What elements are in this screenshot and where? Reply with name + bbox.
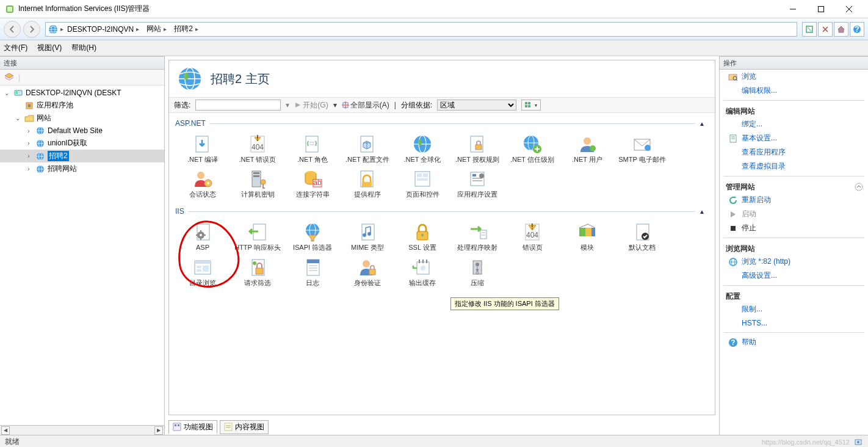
tree-toggle-icon[interactable]: ›: [24, 140, 33, 147]
action-help[interactable]: ?帮助: [720, 335, 868, 349]
svg-point-34: [184, 73, 189, 80]
horizontal-scrollbar[interactable]: ◀▶: [0, 425, 164, 435]
svg-rect-105: [579, 228, 585, 236]
action-explore[interactable]: 浏览: [720, 70, 868, 84]
feature-iis-10[interactable]: 请求筛选: [230, 255, 285, 289]
chevron-up-icon[interactable]: ▲: [699, 208, 709, 215]
feature-iis-11[interactable]: 日志: [285, 255, 340, 289]
tree-toggle-icon[interactable]: ⌄: [2, 90, 11, 96]
action-limits[interactable]: 限制...: [720, 302, 868, 316]
feature-aspnet-6[interactable]: .NET 信任级别: [505, 131, 560, 166]
tree-node-site-0[interactable]: ›Default Web Site: [0, 125, 164, 137]
tree-node-app-pools[interactable]: 应用程序池: [0, 99, 164, 112]
collapse-section-button[interactable]: [855, 183, 863, 191]
svg-rect-119: [307, 260, 319, 263]
feature-iis-2[interactable]: ISAPI 筛选器: [285, 219, 340, 254]
tab-content-view[interactable]: 内容视图: [220, 420, 269, 434]
feature-iis-8[interactable]: 默认文档: [615, 219, 670, 254]
group-by-select[interactable]: 区域: [437, 100, 516, 111]
feature-aspnet-10[interactable]: 计算机密钥: [230, 166, 285, 201]
feature-aspnet-0[interactable]: .NET 编译: [175, 131, 230, 166]
feature-iis-1[interactable]: HTTP 响应标头: [230, 219, 285, 254]
window-title: Internet Information Services (IIS)管理器: [18, 4, 779, 14]
feature-iis-7[interactable]: 模块: [560, 219, 615, 254]
menu-file[interactable]: 文件(F): [4, 43, 27, 53]
action-advanced-settings[interactable]: 高级设置...: [720, 269, 868, 283]
breadcrumb-item-server[interactable]: DESKTOP-I2INQVN ▸: [63, 25, 143, 34]
menu-view[interactable]: 视图(V): [37, 43, 62, 53]
action-browse-http[interactable]: 浏览 *:82 (http): [720, 255, 868, 269]
tree-node-site-3[interactable]: ›招聘网站: [0, 162, 164, 175]
feature-iis-4[interactable]: SSL 设置: [395, 219, 450, 254]
nav-back-button[interactable]: [4, 21, 21, 38]
feature-aspnet-13[interactable]: 页面和控件: [395, 166, 450, 201]
feature-aspnet-3[interactable]: .NET 配置文件: [340, 131, 395, 166]
menu-help[interactable]: 帮助(H): [71, 43, 96, 53]
connections-tree[interactable]: ⌄DESKTOP-I2INQVN (DESKT应用程序池⌄网站›Default …: [0, 85, 164, 425]
feature-aspnet-1[interactable]: !404.NET 错误页: [230, 131, 285, 166]
action-bindings[interactable]: 绑定...: [720, 117, 868, 131]
breadcrumb-item-sites[interactable]: 网站 ▸: [143, 24, 170, 34]
nav-forward-button[interactable]: [23, 21, 40, 38]
view-mode-toggle[interactable]: ▾: [521, 100, 541, 111]
connect-server-button[interactable]: [2, 71, 16, 84]
feature-iis-0[interactable]: ASP: [175, 219, 230, 254]
feature-iis-5[interactable]: 处理程序映射: [450, 219, 505, 254]
window-maximize-button[interactable]: [807, 0, 835, 18]
feature-iis-12[interactable]: 身份验证: [340, 255, 395, 289]
window-close-button[interactable]: [835, 0, 863, 18]
tree-node-server[interactable]: ⌄DESKTOP-I2INQVN (DESKT: [0, 87, 164, 99]
feature-aspnet-11[interactable]: ab连接字符串: [285, 166, 340, 201]
window-minimize-button[interactable]: [779, 0, 807, 18]
filter-input[interactable]: [195, 100, 281, 111]
svg-point-62: [584, 137, 591, 145]
tree-toggle-icon[interactable]: ›: [24, 165, 33, 172]
action-view-vdirs[interactable]: 查看虚拟目录: [720, 159, 868, 173]
breadcrumb-item-current[interactable]: 招聘2 ▸: [170, 24, 202, 34]
feature-icon: [632, 222, 653, 242]
tree-node-sites[interactable]: ⌄网站: [0, 112, 164, 125]
feature-aspnet-5[interactable]: .NET 授权规则: [450, 131, 505, 166]
feature-iis-13[interactable]: 输出缓存: [395, 255, 450, 289]
action-restart[interactable]: 重新启动: [720, 193, 868, 207]
feature-aspnet-7[interactable]: .NET 用户: [560, 131, 615, 166]
feature-aspnet-12[interactable]: 提供程序: [340, 166, 395, 201]
feature-iis-6[interactable]: !404错误页: [505, 219, 560, 254]
action-edit-permissions[interactable]: 编辑权限...: [720, 84, 868, 98]
feature-aspnet-4[interactable]: .NET 全球化: [395, 131, 450, 166]
feature-icon: [302, 222, 323, 242]
tab-features-view[interactable]: 功能视图: [168, 420, 217, 434]
action-basic-settings[interactable]: 基本设置...: [720, 131, 868, 145]
tree-node-site-1[interactable]: ›unionID获取: [0, 137, 164, 150]
feature-iis-3[interactable]: MIME 类型: [340, 219, 395, 254]
tree-toggle-icon[interactable]: ›: [24, 128, 33, 134]
nav-help-button[interactable]: ?: [850, 22, 864, 37]
breadcrumb-bar[interactable]: ▸ DESKTOP-I2INQVN ▸ 网站 ▸ 招聘2 ▸: [45, 22, 797, 37]
feature-aspnet-8[interactable]: SMTP 电子邮件: [615, 131, 670, 166]
action-stop[interactable]: 停止: [720, 221, 868, 235]
tree-node-icon: [24, 101, 34, 111]
show-all-button[interactable]: 全部显示(A): [342, 100, 389, 111]
nav-refresh-button[interactable]: [802, 22, 817, 37]
center-panel: 招聘2 主页 筛选: ▾ 开始(G) ▾ 全部显示(A) | 分组依据: 区域 …: [165, 56, 719, 435]
tree-toggle-icon[interactable]: ›: [24, 153, 33, 159]
action-start: 启动: [720, 207, 868, 221]
tree-toggle-icon[interactable]: ⌄: [13, 115, 22, 122]
action-hsts[interactable]: HSTS...: [720, 316, 868, 330]
filter-go-button[interactable]: 开始(G): [294, 100, 328, 111]
nav-stop-button[interactable]: [818, 22, 833, 37]
feature-icon: [412, 222, 433, 242]
nav-home-button[interactable]: [834, 22, 848, 37]
feature-iis-9[interactable]: 目录浏览: [175, 255, 230, 289]
feature-aspnet-9[interactable]: 会话状态: [175, 166, 230, 201]
save-connections-button[interactable]: [23, 71, 36, 84]
feature-label: .NET 全球化: [404, 156, 441, 164]
feature-aspnet-14[interactable]: 应用程序设置: [450, 166, 505, 201]
config-level-icon[interactable]: [853, 437, 863, 447]
feature-aspnet-2[interactable]: .NET 角色: [285, 131, 340, 166]
tree-node-icon: [13, 88, 23, 98]
tree-node-site-2[interactable]: ›招聘2: [0, 150, 164, 162]
action-view-applications[interactable]: 查看应用程序: [720, 145, 868, 159]
chevron-up-icon[interactable]: ▲: [699, 120, 709, 127]
feature-iis-14[interactable]: 压缩: [450, 255, 505, 289]
